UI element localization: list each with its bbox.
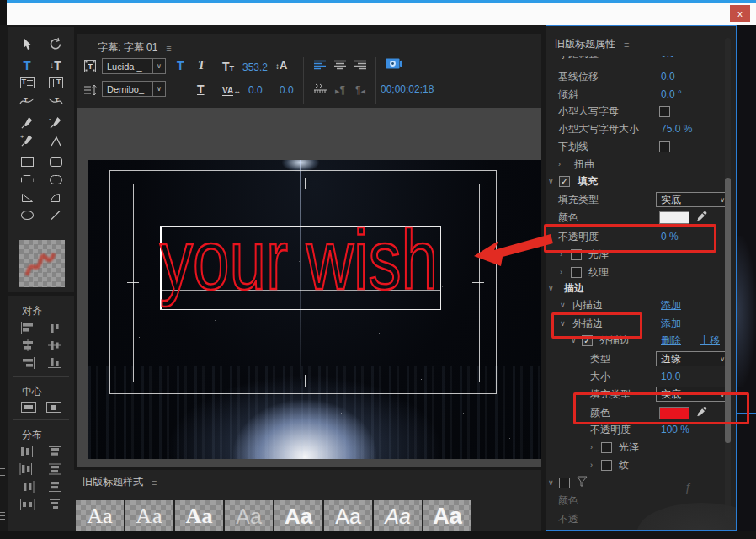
bold-button[interactable]: T [177, 59, 184, 72]
rotation-tool-icon[interactable] [41, 35, 70, 52]
twirl-open-icon[interactable]: ∨ [560, 319, 571, 328]
twirl-open-icon[interactable]: ∨ [571, 336, 582, 344]
tab-stops-icon[interactable] [313, 83, 327, 98]
font-style-select[interactable]: Demibo_ [102, 81, 153, 97]
center-horizontal-icon[interactable] [21, 402, 36, 413]
stroke-sheen-checkbox[interactable] [601, 442, 612, 453]
vertical-area-type-tool-icon[interactable]: T [41, 74, 70, 92]
distribute-left-icon[interactable] [14, 445, 41, 458]
leading-value[interactable]: 0.0 [280, 84, 294, 96]
small-caps-checkbox[interactable] [659, 106, 670, 117]
baseline-shift-value[interactable]: 0.0 [661, 71, 675, 83]
rounded-rectangle-tool-icon[interactable] [41, 153, 70, 171]
selection-tool-icon[interactable] [13, 35, 41, 52]
fill-color-swatch[interactable] [659, 211, 689, 224]
twirl-open-icon[interactable]: ∨ [548, 177, 559, 185]
slant-value[interactable]: 0.0 ° [661, 88, 682, 100]
style-swatch[interactable]: Aa [423, 500, 471, 532]
align-text-left-icon[interactable] [313, 59, 327, 74]
vertical-path-type-tool-icon[interactable]: T [41, 92, 70, 109]
inner-strokes-add-link[interactable]: 添加 [661, 298, 681, 312]
twirl-closed-icon[interactable]: › [590, 461, 601, 469]
rectangle-tool-icon[interactable] [13, 153, 41, 171]
style-swatch[interactable]: Aa [225, 500, 273, 532]
twirl-closed-icon[interactable]: › [560, 268, 571, 276]
twirl-open-icon[interactable]: ∨ [548, 284, 559, 292]
outer-stroke-move-up-link[interactable]: 上移 [700, 334, 720, 348]
small-caps-size-value[interactable]: 75.0 % [661, 123, 692, 135]
fill-opacity-value[interactable]: 0 % [661, 231, 679, 243]
stroke-opacity-value[interactable]: 100 % [661, 424, 689, 435]
distribute-right-icon[interactable] [14, 480, 41, 494]
area-type-tool-icon[interactable]: T [13, 74, 41, 92]
align-text-center-icon[interactable] [333, 59, 347, 74]
fill-type-select[interactable]: 实底∨ [656, 192, 730, 207]
texture-checkbox[interactable] [571, 267, 582, 278]
stroke-texture-checkbox[interactable] [601, 460, 612, 471]
distribute-bottom-icon[interactable] [41, 480, 68, 494]
insert-tab-icon[interactable]: ▶¶ [335, 82, 345, 97]
fill-checkbox[interactable]: ✓ [559, 176, 570, 187]
font-style-chevron-icon[interactable]: ∨ [153, 81, 166, 97]
align-horizontal-center-icon[interactable] [14, 339, 41, 352]
font-family-select[interactable]: Lucida _ [102, 58, 153, 74]
stroke-fill-type-select[interactable]: 实底∨ [656, 387, 730, 402]
center-vertical-icon[interactable] [46, 402, 61, 413]
stroke-color-swatch[interactable] [659, 407, 689, 419]
eyedropper-icon[interactable] [696, 406, 708, 420]
show-background-video-icon[interactable] [386, 57, 402, 73]
paragraph-icon[interactable]: ¶◀ [355, 82, 365, 97]
style-swatch[interactable]: Aa [274, 500, 322, 532]
italic-button[interactable]: T [198, 59, 205, 72]
distribute-top-icon[interactable] [41, 445, 68, 458]
outer-stroke-delete-link[interactable]: 删除 [661, 334, 681, 348]
vertical-type-tool-icon[interactable]: ↓T [41, 56, 70, 74]
style-swatch[interactable]: Aa [76, 500, 124, 532]
pen-tool-icon[interactable] [13, 114, 41, 131]
wedge-tool-icon[interactable] [13, 189, 41, 206]
properties-panel-menu-icon[interactable]: ≡ [624, 40, 628, 50]
twirl-open-icon[interactable]: ∨ [560, 301, 571, 309]
add-anchor-pen-tool-icon[interactable]: + [13, 131, 41, 149]
titlebar-surface[interactable] [7, 0, 756, 25]
kerning-value[interactable]: 0.0 [248, 84, 263, 96]
path-type-tool-icon[interactable]: T [13, 92, 41, 109]
underline-checkbox[interactable] [659, 141, 670, 152]
style-swatch[interactable]: Aa [175, 500, 223, 532]
close-button[interactable]: x [730, 5, 750, 22]
clipped-corner-rectangle-tool-icon[interactable] [13, 171, 41, 189]
distribute-horizontal-even-icon[interactable] [14, 498, 41, 511]
style-swatch[interactable]: Aa [125, 500, 173, 532]
shadow-checkbox[interactable] [559, 478, 570, 488]
font-family-chevron-icon[interactable]: ∨ [153, 58, 166, 74]
video-preview[interactable]: your wish [88, 160, 541, 459]
outer-strokes-add-link[interactable]: 添加 [661, 317, 681, 331]
style-swatch[interactable]: Aa [324, 500, 372, 532]
ellipse-tool-icon[interactable] [13, 206, 41, 224]
font-size-value[interactable]: 353.2 [242, 61, 268, 73]
align-vertical-center-icon[interactable] [41, 339, 68, 352]
arc-tool-icon[interactable] [41, 189, 70, 206]
convert-anchor-tool-icon[interactable] [41, 131, 70, 149]
roll-crawl-options-icon[interactable] [83, 84, 98, 99]
twirl-closed-icon[interactable]: › [560, 250, 571, 259]
twirl-open-icon[interactable]: ∨ [548, 478, 559, 487]
outer-stroke-checkbox[interactable]: ✓ [582, 335, 593, 346]
styles-panel-menu-icon[interactable]: ≡ [152, 478, 156, 488]
align-text-right-icon[interactable] [354, 59, 367, 74]
title-text-object[interactable]: your wish [158, 219, 445, 312]
new-title-icon[interactable]: T [84, 60, 96, 76]
stroke-size-value[interactable]: 10.0 [661, 371, 680, 382]
underline-button[interactable]: T [197, 83, 205, 96]
eyedropper-icon[interactable] [696, 211, 708, 225]
distribute-horizontal-center-icon[interactable] [14, 462, 41, 476]
align-right-icon[interactable] [14, 356, 41, 370]
distribute-vertical-even-icon[interactable] [41, 498, 68, 511]
panel-menu-icon[interactable]: ≡ [166, 43, 170, 53]
title-canvas[interactable]: your wish [77, 108, 541, 467]
sheen-checkbox[interactable] [571, 249, 582, 260]
align-left-icon[interactable] [14, 321, 41, 334]
scrollbar-thumb[interactable] [725, 178, 731, 443]
background-video-timecode[interactable]: 00;00;02;18 [381, 83, 434, 95]
align-top-icon[interactable] [41, 321, 68, 334]
